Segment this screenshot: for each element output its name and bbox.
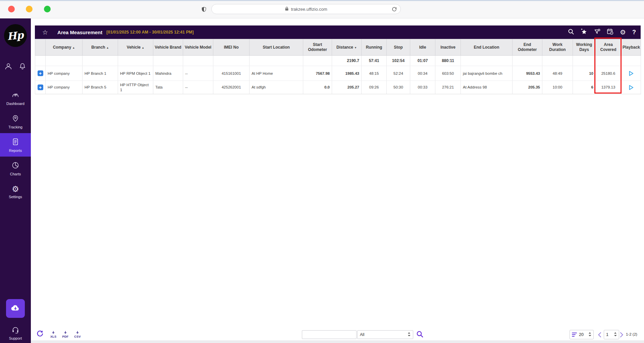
work-duration-cell: 10:00: [542, 81, 573, 94]
favorite-star-icon[interactable]: ☆: [42, 29, 48, 36]
page-number-input[interactable]: 1: [604, 330, 619, 339]
table-header-row: Company▲ Branch▲ Vehicle▲ Vehicle Brand …: [35, 39, 641, 56]
notifications-bell-icon[interactable]: [18, 62, 27, 72]
page-number-value: 1: [606, 332, 608, 337]
minimize-button[interactable]: [26, 6, 33, 12]
imei-cell: 415161001: [213, 66, 250, 81]
report-table: Company▲ Branch▲ Vehicle▲ Vehicle Brand …: [35, 39, 641, 94]
shield-icon[interactable]: [201, 6, 207, 14]
column-filter-select[interactable]: All: [357, 330, 413, 339]
user-icon[interactable]: [4, 62, 13, 72]
col-header-stop[interactable]: Stop: [387, 39, 410, 56]
sidebar-item-reports[interactable]: Reports: [0, 133, 31, 157]
table-search-button[interactable]: [416, 330, 424, 340]
col-header-working-days[interactable]: Working Days: [573, 39, 596, 56]
sort-desc-icon: ▼: [354, 46, 357, 49]
sidebar-item-label: Settings: [9, 195, 22, 199]
col-header-company[interactable]: Company▲: [46, 39, 83, 56]
help-icon[interactable]: ?: [632, 29, 636, 36]
page-size-stepper-icon: [588, 332, 591, 338]
date-range[interactable]: [01/01/2025 12:00 AM - 30/01/2025 12:41 …: [106, 30, 194, 35]
tracking-icon: [11, 114, 20, 123]
sidebar: Hp Dashboard Tracking Reports: [0, 18, 31, 343]
idle-cell: 00:34: [410, 66, 435, 81]
stop-cell: 52:24: [387, 66, 410, 81]
company-cell: HP company: [46, 81, 83, 94]
export-pdf-button[interactable]: PDF: [62, 331, 68, 338]
sidebar-item-settings[interactable]: ⚙ Settings: [0, 180, 31, 204]
charts-icon: [11, 161, 20, 170]
app-logo[interactable]: Hp: [4, 24, 27, 47]
col-header-end-location[interactable]: End Location: [461, 39, 513, 56]
sidebar-item-tracking[interactable]: Tracking: [0, 110, 31, 133]
col-header-running[interactable]: Running: [362, 39, 387, 56]
sidebar-item-support[interactable]: Support: [0, 326, 31, 340]
page-size-select[interactable]: 20: [570, 330, 594, 339]
company-cell: HP company: [46, 66, 83, 81]
sort-asc-icon: ▲: [142, 46, 144, 49]
col-header-imei[interactable]: IMEI No: [213, 39, 250, 56]
calendar-clock-icon[interactable]: [607, 28, 613, 36]
filter-selected-value: All: [360, 332, 364, 337]
end-odometer-cell: 9553.43: [513, 66, 542, 81]
col-header-distance[interactable]: Distance▼: [332, 39, 362, 56]
col-header-vehicle-model[interactable]: Vehicle Model: [183, 39, 213, 56]
dashboard-icon: [11, 91, 20, 100]
export-csv-button[interactable]: CSV: [74, 331, 80, 338]
summary-cell: [596, 56, 621, 66]
col-header-start-odometer[interactable]: Start Odometer: [303, 39, 332, 56]
distance-cell: 1985.43: [332, 66, 362, 81]
download-arrow-icon: [64, 331, 67, 335]
lock-icon: [285, 6, 289, 12]
col-header-idle[interactable]: Idle: [410, 39, 435, 56]
previous-page-chevron-icon[interactable]: [598, 332, 601, 339]
col-header-vehicle-brand[interactable]: Vehicle Brand: [153, 39, 183, 56]
next-page-chevron-icon[interactable]: [620, 332, 624, 339]
col-header-vehicle[interactable]: Vehicle▲: [118, 39, 153, 56]
sidebar-item-charts[interactable]: Charts: [0, 157, 31, 180]
refresh-icon[interactable]: [36, 330, 43, 338]
star-sparkle-icon[interactable]: [581, 28, 588, 37]
playback-play-button[interactable]: [623, 84, 639, 91]
summary-running: 57:41: [362, 56, 387, 66]
table-search-input[interactable]: [302, 330, 357, 339]
col-header-area-covered[interactable]: Area Covered: [596, 39, 621, 56]
col-header-start-location[interactable]: Start Location: [250, 39, 303, 56]
playback-play-button[interactable]: [623, 70, 639, 77]
summary-row: 2190.7 57:41 102:54 01:07 880:11: [35, 56, 641, 66]
table-row: + HP company HP Branch 1 HP RPM Object 1…: [35, 66, 641, 81]
export-xls-button[interactable]: XLS: [50, 331, 56, 338]
summary-distance: 2190.7: [332, 56, 362, 66]
settings-gear-icon: ⚙: [12, 185, 19, 193]
summary-idle: 01:07: [410, 56, 435, 66]
expand-row-button[interactable]: +: [38, 70, 43, 76]
end-location-cell: At Address 98: [461, 81, 513, 94]
working-days-cell: 6: [573, 81, 596, 94]
stop-cell: 50:30: [387, 81, 410, 94]
running-cell: 09:26: [362, 81, 387, 94]
col-header-work-duration[interactable]: Work Duration: [542, 39, 573, 56]
maximize-button[interactable]: [44, 6, 51, 12]
cloud-download-button[interactable]: [6, 299, 25, 318]
filter-funnel-icon[interactable]: [594, 28, 600, 36]
close-button[interactable]: [8, 6, 15, 12]
sidebar-item-dashboard[interactable]: Dashboard: [0, 86, 31, 110]
col-header-expand: [35, 39, 46, 56]
summary-inactive: 880:11: [435, 56, 461, 66]
col-header-branch[interactable]: Branch▲: [83, 39, 118, 56]
inactive-cell: 276:21: [435, 81, 461, 94]
distance-cell: 205.27: [332, 81, 362, 94]
col-header-end-odometer[interactable]: End Odometer: [513, 39, 542, 56]
page-size-value: 20: [579, 332, 584, 337]
gear-icon[interactable]: ⚙: [620, 29, 626, 36]
area-covered-cell: 25180.6: [596, 66, 621, 81]
imei-cell: 425262001: [213, 81, 250, 94]
reload-icon[interactable]: [391, 6, 397, 13]
expand-row-button[interactable]: +: [38, 84, 43, 90]
cloud-download-icon: [10, 303, 21, 314]
address-bar[interactable]: trakzee.uffizio.com: [211, 4, 401, 14]
col-header-playback: Playback: [621, 39, 641, 56]
col-header-inactive[interactable]: Inactive: [435, 39, 461, 56]
search-icon[interactable]: [568, 28, 574, 36]
running-cell: 48:15: [362, 66, 387, 81]
